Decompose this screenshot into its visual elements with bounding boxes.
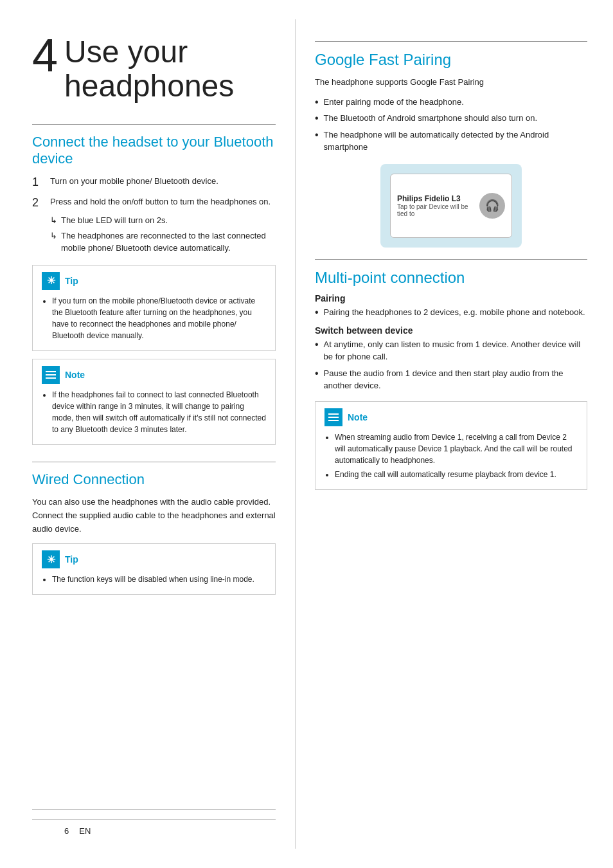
fast-pairing-inner: Philips Fidelio L3 Tap to pair Device wi… (390, 174, 512, 238)
sub-item-1: ↳ The blue LED will turn on 2s. (50, 214, 276, 227)
note-box-right: Note When streaming audio from Device 1,… (315, 401, 587, 490)
divider-right-top (315, 41, 587, 42)
chapter-header: 4 Use your headphones (32, 32, 276, 104)
google-section-title: Google Fast Pairing (315, 51, 587, 69)
tip-box-2-header: ✳ Tip (42, 550, 266, 568)
device-sub: Tap to pair Device will be tied to (397, 203, 479, 217)
bullet-dot-2: • (315, 112, 319, 124)
pairing-bullet-1: • Pairing the headphones to 2 devices, e… (315, 306, 587, 319)
chapter-title: Use your headphones (64, 35, 276, 104)
multipoint-section-title: Multi-point connection (315, 269, 587, 287)
google-body-text: The headphone supports Google Fast Pairi… (315, 76, 587, 89)
switch-bullet-1-text: At anytime, only can listen to music fro… (324, 338, 587, 363)
step-1-num: 1 (32, 175, 46, 190)
note-line-r2 (328, 417, 339, 418)
note-line-2 (46, 374, 56, 375)
step-1: 1 Turn on your mobile phone/ Bluetooth d… (32, 175, 276, 190)
note-right-bullet-2: Ending the call will automatically resum… (335, 469, 578, 480)
chapter-number: 4 (32, 32, 58, 78)
tip-label-1: Tip (65, 276, 78, 286)
connect-section: Connect the headset to your Bluetooth de… (32, 134, 276, 453)
google-bullet-3: • The headphone will be automatically de… (315, 129, 587, 154)
connect-section-title: Connect the headset to your Bluetooth de… (32, 134, 276, 168)
tip-box-2: ✳ Tip The function keys will be disabled… (32, 543, 276, 595)
switch-label: Switch between device (315, 325, 587, 336)
step-2-text: Press and hold the on/off button to turn… (50, 195, 271, 208)
google-bullet-3-text: The headphone will be automatically dete… (324, 129, 587, 154)
sub-item-2: ↳ The headphones are reconnected to the … (50, 230, 276, 255)
multipoint-section: Multi-point connection Pairing • Pairing… (315, 269, 587, 490)
switch-dot-1: • (315, 338, 319, 350)
switch-bullet-2: • Pause the audio from 1 device and then… (315, 367, 587, 392)
step-2-sublist: ↳ The blue LED will turn on 2s. ↳ The he… (50, 214, 276, 257)
left-column: 4 Use your headphones Connect the headse… (0, 19, 296, 849)
right-column: Google Fast Pairing The headphone suppor… (296, 19, 613, 849)
switch-bullets: • At anytime, only can listen to music f… (315, 338, 587, 392)
note-1-text: If the headphones fail to connect to las… (52, 389, 266, 435)
step-2: 2 Press and hold the on/off button to tu… (32, 195, 276, 257)
pairing-bullet-1-text: Pairing the headphones to 2 devices, e.g… (324, 306, 585, 319)
google-bullet-2: • The Bluetooth of Android smartphone sh… (315, 112, 587, 125)
note-icon-1 (42, 366, 60, 384)
note-line-r1 (328, 413, 339, 415)
note-icon-lines-right (328, 413, 339, 421)
note-line-1 (46, 371, 56, 372)
divider-right-mid (315, 259, 587, 260)
footer-divider (32, 809, 276, 810)
sub-item-2-text: The headphones are reconnected to the la… (61, 230, 276, 255)
sub-item-1-text: The blue LED will turn on 2s. (61, 214, 168, 227)
arrow-icon-1: ↳ (50, 214, 57, 227)
tip-label-2: Tip (65, 554, 78, 565)
note-box-right-header: Note (324, 408, 578, 426)
google-bullet-2-text: The Bluetooth of Android smartphone shou… (324, 112, 537, 125)
wired-section: Wired Connection You can also use the he… (32, 471, 276, 603)
page-number: 6 (64, 826, 69, 836)
device-name: Philips Fidelio L3 (397, 194, 479, 203)
note-box-1-body: If the headphones fail to connect to las… (42, 389, 266, 435)
tip-box-1-header: ✳ Tip (42, 272, 266, 290)
footer: 6 EN (32, 819, 276, 836)
note-line-3 (46, 377, 56, 379)
step-1-text: Turn on your mobile phone/ Bluetooth dev… (50, 175, 218, 188)
pairing-bullets: • Pairing the headphones to 2 devices, e… (315, 306, 587, 319)
page: 4 Use your headphones Connect the headse… (0, 0, 613, 868)
google-bullets-list: • Enter pairing mode of the headphone. •… (315, 96, 587, 154)
note-icon-lines-1 (46, 371, 56, 379)
note-box-1-header: Note (42, 366, 266, 384)
note-line-r3 (328, 420, 339, 421)
tip-box-1-body: If you turn on the mobile phone/Bluetoot… (42, 295, 266, 341)
wired-body-text: You can also use the headphones with the… (32, 496, 276, 536)
device-text-block: Philips Fidelio L3 Tap to pair Device wi… (397, 194, 479, 217)
divider-1 (32, 124, 276, 125)
switch-bullet-2-text: Pause the audio from 1 device and then s… (324, 367, 587, 392)
tip-icon-1: ✳ (42, 272, 60, 290)
bullet-dot-1: • (315, 96, 319, 108)
tip-1-text: If you turn on the mobile phone/Bluetoot… (52, 295, 266, 341)
switch-bullet-1: • At anytime, only can listen to music f… (315, 338, 587, 363)
tip-box-1: ✳ Tip If you turn on the mobile phone/Bl… (32, 265, 276, 351)
tip-icon-2: ✳ (42, 550, 60, 568)
switch-dot-2: • (315, 367, 319, 379)
pairing-dot-1: • (315, 306, 319, 318)
note-box-right-body: When streaming audio from Device 1, rece… (324, 431, 578, 480)
google-section: Google Fast Pairing The headphone suppor… (315, 41, 587, 248)
pairing-label: Pairing (315, 293, 587, 303)
divider-2 (32, 462, 276, 462)
note-icon-right (324, 408, 342, 426)
note-box-1: Note If the headphones fail to connect t… (32, 359, 276, 445)
google-bullet-1: • Enter pairing mode of the headphone. (315, 96, 587, 109)
bullet-dot-3: • (315, 129, 319, 141)
note-right-bullet-1: When streaming audio from Device 1, rece… (335, 431, 578, 466)
tip-2-text: The function keys will be disabled when … (52, 574, 266, 585)
note-label-right: Note (348, 412, 368, 422)
arrow-icon-2: ↳ (50, 230, 57, 242)
step-2-num: 2 (32, 195, 46, 210)
wired-section-title: Wired Connection (32, 471, 276, 488)
headphone-icon: 🎧 (479, 193, 505, 219)
language-label: EN (79, 826, 91, 836)
tip-box-2-body: The function keys will be disabled when … (42, 574, 266, 585)
connect-steps-list: 1 Turn on your mobile phone/ Bluetooth d… (32, 175, 276, 257)
google-bullet-1-text: Enter pairing mode of the headphone. (324, 96, 464, 109)
note-label-1: Note (65, 370, 85, 380)
fast-pairing-image: Philips Fidelio L3 Tap to pair Device wi… (380, 164, 522, 248)
